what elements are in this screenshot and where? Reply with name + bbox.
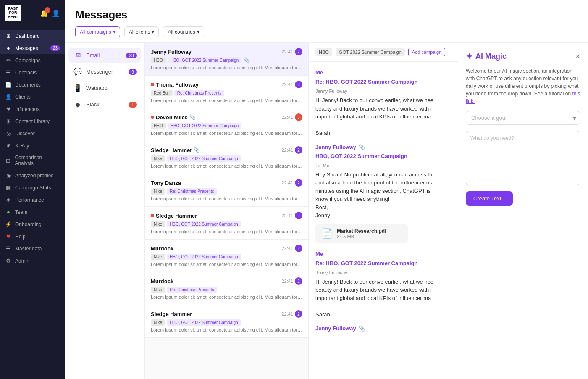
- sidebar-item-label: Analyzed profiles: [15, 173, 53, 179]
- message-item[interactable]: Tony Danza 22:41 2 Nike Re: Christmas Pr…: [145, 174, 308, 207]
- countries-filter[interactable]: All countries ▾: [163, 26, 204, 37]
- sidebar-item-help[interactable]: ❤ Help: [0, 230, 65, 242]
- sidebar-header: PASTFORRENT 🔔 3 👤: [0, 0, 65, 26]
- message-tag: Nike: [151, 287, 165, 293]
- message-item[interactable]: Murdock 22:41 2 Nike HBO, GOT 2022 Summe…: [145, 240, 308, 272]
- attachment-indicator: 📎: [359, 326, 365, 332]
- message-preview: Lorem ipsum dolor sit amet, consectetur …: [151, 327, 302, 332]
- sidebar-item-label: Influencers: [15, 106, 40, 112]
- message-item[interactable]: Sledge Hammer 📎 22:41 2 Nike HBO, GOT 20…: [145, 141, 308, 174]
- sparkle-icon: ✦: [466, 51, 473, 61]
- message-thread: HBO GOT 2022 Summer Campaign Add campaig…: [309, 43, 458, 379]
- chevron-down-icon: ▾: [152, 29, 154, 35]
- channel-label: Email: [86, 52, 100, 58]
- sidebar-item-label: Team: [15, 209, 27, 215]
- onboarding-icon: ⚡: [5, 221, 12, 227]
- channel-item-slack[interactable]: ◆ Slack 1: [68, 97, 141, 112]
- channel-item-email[interactable]: ✉ Email 23: [68, 48, 141, 63]
- sidebar-item-label: Campaigns: [15, 58, 41, 63]
- goal-select-wrapper: Choose a goal: [466, 111, 580, 125]
- campaigns-filter[interactable]: All campaigns ▾: [75, 26, 120, 37]
- message-item[interactable]: Jenny Fulloway 22:41 2 HBO HBO, GOT 2022…: [145, 43, 308, 76]
- channel-label: Messenger: [86, 68, 113, 75]
- ai-panel-header: ✦ AI Magic ✕: [466, 51, 580, 61]
- content-library-icon: ⊞: [5, 118, 12, 124]
- channel-item-whatsapp[interactable]: 📱 Watsapp: [68, 81, 141, 95]
- chevron-down-icon: ▾: [197, 29, 200, 35]
- slack-icon: ◆: [73, 100, 83, 108]
- message-sender: Jenny Fulloway: [151, 49, 192, 55]
- clients-filter[interactable]: All clients ▾: [124, 26, 159, 37]
- thread-recipient: Jenny Fulloway: [315, 89, 347, 94]
- message-sender: Sledge Hammer: [151, 213, 197, 219]
- close-button[interactable]: ✕: [575, 53, 580, 61]
- sidebar-item-clients[interactable]: 👤 Clients: [0, 91, 65, 103]
- thread-sender: Me: [315, 69, 323, 76]
- sidebar-item-label: Contracts: [15, 70, 37, 76]
- sidebar-item-xray[interactable]: ⊕ X-Ray: [0, 139, 65, 152]
- dashboard-icon: ⊞: [5, 33, 12, 39]
- page-header: Messages All campaigns ▾ All clients ▾ A…: [65, 0, 588, 43]
- sidebar-item-analyzed[interactable]: ◉ Analyzed profiles: [0, 169, 65, 182]
- goal-select[interactable]: Choose a goal: [466, 111, 580, 125]
- message-tag: HBO, GOT 2022 Summer Campaign: [167, 155, 241, 162]
- message-tag: Nike: [151, 254, 165, 260]
- message-tag: HBO: [151, 57, 166, 63]
- create-text-button[interactable]: Create Text ↓: [466, 191, 513, 206]
- message-time: 22:41 2: [281, 48, 302, 55]
- team-icon: ●: [5, 209, 12, 215]
- channel-label: Slack: [86, 101, 100, 108]
- sidebar-item-team[interactable]: ● Team: [0, 206, 65, 218]
- message-item[interactable]: Thoma Fulloway 22:41 2 Red Bull Re: Chri…: [145, 76, 308, 108]
- message-time: 22:41 2: [281, 277, 302, 285]
- message-tag: HBO, GOT 2022 Summer Campaign: [167, 221, 241, 227]
- sidebar-item-campaign-stats[interactable]: ▦ Campaign Stats: [0, 182, 65, 194]
- sidebar-item-onboarding[interactable]: ⚡ Onboarding: [0, 218, 65, 230]
- add-campaign-button[interactable]: Add campaign: [408, 48, 445, 56]
- sidebar-item-campaigns[interactable]: ✏ Campaigns: [0, 54, 65, 66]
- need-textarea[interactable]: [466, 131, 580, 185]
- channel-label: Watsapp: [86, 85, 108, 91]
- sidebar-item-label: Dashboard: [15, 33, 40, 39]
- message-sender: Sledge Hammer 📎: [151, 147, 200, 153]
- sidebar-item-master-data[interactable]: ☰ Master data: [0, 242, 65, 255]
- ai-panel-title: ✦ AI Magic: [466, 51, 507, 61]
- message-time: 22:41 2: [281, 212, 302, 219]
- message-preview: Lorem ipsum dolor sit amet, consectetur …: [151, 196, 302, 201]
- sidebar-item-label: Onboarding: [15, 221, 42, 227]
- sidebar-item-discover[interactable]: ◎ Discover: [0, 127, 65, 139]
- messages-icon: ●: [5, 45, 12, 51]
- sidebar-item-messages[interactable]: ● Messages 23: [0, 42, 65, 54]
- message-time: 22:41 2: [281, 81, 302, 88]
- sidebar-item-performance[interactable]: ◈ Performance: [0, 194, 65, 206]
- sidebar-item-influencers[interactable]: ❤ Influencers: [0, 103, 65, 115]
- sidebar-item-label: Discover: [15, 131, 35, 137]
- user-profile-button[interactable]: 👤: [52, 9, 60, 17]
- message-item[interactable]: Devon Miles 📎 22:41 3 HBO HBO, GOT 2022 …: [145, 108, 308, 141]
- sidebar-item-comparison[interactable]: ⊟ Comparison Analysis: [0, 152, 65, 169]
- message-preview: Lorem ipsum dolor sit amet, consectetur …: [151, 131, 302, 136]
- sidebar-item-contracts[interactable]: ☰ Contracts: [0, 66, 65, 79]
- admin-icon: ⚙: [5, 258, 12, 264]
- channel-item-messenger[interactable]: 💬 Messenger 9: [68, 64, 141, 79]
- message-tag: Nike: [151, 221, 165, 227]
- sidebar-item-documents[interactable]: 📄 Documents: [0, 79, 65, 91]
- sidebar-item-admin[interactable]: ⚙ Admin: [0, 255, 65, 267]
- xray-icon: ⊕: [5, 142, 12, 149]
- message-item[interactable]: Sledge Hammer 22:41 2 Nike HBO, GOT 2022…: [145, 305, 308, 338]
- message-item[interactable]: Sledge Hammer 22:41 2 Nike HBO, GOT 2022…: [145, 207, 308, 240]
- countries-filter-label: All countries: [168, 29, 195, 35]
- thread-body: Hey Sarah! No problem at all, you can ac…: [315, 171, 451, 220]
- message-tag: HBO: [151, 123, 166, 129]
- sidebar-item-content-library[interactable]: ⊞ Content Library: [0, 115, 65, 127]
- message-tag: Nike: [151, 188, 165, 195]
- thread-subject: Re: HBO, GOT 2022 Summer Campaign: [315, 260, 417, 266]
- message-tag: Re: Christmas Presents: [174, 90, 225, 96]
- message-item[interactable]: Murdock 22:41 2 Nike Re: Christmas Prese…: [145, 272, 308, 305]
- attachment-name: Market Research.pdf: [337, 228, 386, 234]
- discover-icon: ◎: [5, 130, 12, 137]
- notifications-button[interactable]: 🔔 3: [40, 9, 48, 17]
- sidebar-item-dashboard[interactable]: ⊞ Dashboard: [0, 30, 65, 42]
- message-time: 22:41 3: [281, 113, 302, 121]
- email-badge: 23: [126, 53, 137, 58]
